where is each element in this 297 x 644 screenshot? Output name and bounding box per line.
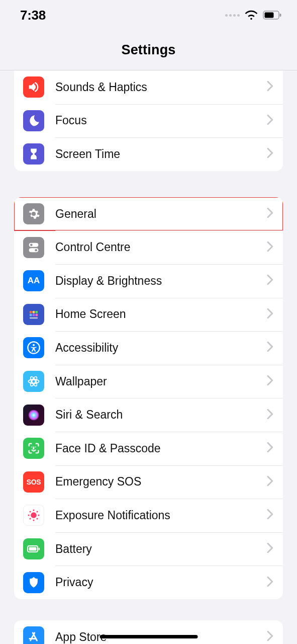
wifi-icon [245, 10, 258, 20]
chevron-right-icon [267, 476, 274, 488]
row-siri-search[interactable]: Siri & Search [14, 398, 283, 432]
svg-rect-9 [36, 311, 38, 313]
siri-icon [23, 405, 44, 426]
svg-point-27 [38, 515, 39, 516]
settings-group-1: Sounds & Haptics Focus Screen Time [14, 70, 283, 171]
cellular-dots-icon [225, 14, 240, 17]
focus-icon [23, 110, 44, 131]
row-label: Control Centre [55, 240, 131, 254]
chevron-right-icon [267, 81, 274, 93]
row-label: Screen Time [55, 147, 120, 161]
row-exposure-notifications[interactable]: Exposure Notifications [14, 499, 283, 532]
control-centre-icon [23, 237, 44, 258]
row-label: Exposure Notifications [55, 509, 170, 522]
header: Settings [0, 30, 297, 70]
chevron-right-icon [267, 242, 274, 254]
row-label: Display & Brightness [55, 274, 162, 288]
sos-icon: SOS [23, 471, 44, 493]
svg-rect-8 [33, 311, 35, 313]
row-accessibility[interactable]: Accessibility [14, 331, 283, 365]
row-label: Sounds & Haptics [55, 80, 147, 94]
privacy-icon [23, 572, 44, 593]
chevron-right-icon [267, 442, 274, 454]
battery-row-icon [23, 538, 44, 559]
chevron-right-icon [267, 275, 274, 287]
chevron-right-icon [267, 115, 274, 127]
row-label: Face ID & Passcode [55, 442, 161, 455]
row-face-id-passcode[interactable]: Face ID & Passcode [14, 432, 283, 465]
svg-point-6 [35, 249, 37, 252]
accessibility-icon [23, 337, 44, 358]
svg-point-31 [36, 518, 38, 520]
svg-rect-10 [30, 314, 32, 316]
chevron-right-icon [267, 577, 274, 589]
svg-point-4 [30, 244, 33, 246]
row-label: Focus [55, 114, 87, 127]
settings-group-3: App Store [14, 620, 283, 644]
svg-rect-12 [36, 314, 38, 316]
row-label: Battery [55, 542, 92, 556]
face-id-icon [23, 438, 44, 459]
row-sounds-haptics[interactable]: Sounds & Haptics [14, 70, 283, 104]
svg-rect-33 [29, 547, 37, 551]
svg-point-20 [29, 410, 39, 420]
row-general[interactable]: General [14, 197, 283, 231]
svg-point-25 [33, 520, 34, 521]
sounds-icon [23, 76, 44, 98]
row-label: Privacy [55, 576, 93, 589]
chevron-right-icon [267, 148, 274, 160]
row-display-brightness[interactable]: AA Display & Brightness [14, 264, 283, 298]
status-bar: 7:38 [0, 0, 297, 30]
status-time: 7:38 [20, 8, 46, 23]
row-home-screen[interactable]: Home Screen [14, 298, 283, 332]
app-store-icon [23, 626, 44, 644]
row-label: General [55, 207, 96, 221]
svg-rect-2 [280, 14, 281, 17]
row-app-store[interactable]: App Store [14, 620, 283, 644]
settings-group-2: General Control Centre AA Display & Brig… [14, 197, 283, 599]
status-indicators [225, 10, 282, 20]
wallpaper-icon [23, 371, 44, 392]
row-battery[interactable]: Battery [14, 532, 283, 566]
svg-point-26 [28, 515, 30, 516]
row-label: Home Screen [55, 307, 126, 321]
row-label: Emergency SOS [55, 475, 141, 489]
row-wallpaper[interactable]: Wallpaper [14, 365, 283, 398]
chevron-right-icon [267, 342, 274, 354]
svg-point-23 [31, 513, 37, 519]
screen-time-icon [23, 143, 44, 165]
chevron-right-icon [267, 631, 274, 643]
aa-icon-text: AA [28, 276, 40, 286]
row-screen-time[interactable]: Screen Time [14, 137, 283, 171]
page-title: Settings [121, 42, 175, 58]
exposure-icon [23, 505, 44, 526]
battery-icon [263, 11, 282, 20]
row-label: App Store [55, 630, 107, 644]
row-privacy[interactable]: Privacy [14, 566, 283, 599]
row-emergency-sos[interactable]: SOS Emergency SOS [14, 465, 283, 499]
home-indicator [100, 635, 197, 638]
svg-point-15 [33, 344, 35, 346]
row-label: Accessibility [55, 341, 118, 355]
row-label: Siri & Search [55, 408, 123, 422]
svg-rect-13 [30, 317, 38, 318]
chevron-right-icon [267, 409, 274, 421]
svg-point-24 [33, 510, 34, 511]
sos-icon-text: SOS [27, 478, 41, 486]
chevron-right-icon [267, 509, 274, 521]
row-label: Wallpaper [55, 375, 107, 388]
svg-point-29 [36, 511, 38, 513]
display-icon: AA [23, 270, 44, 291]
svg-point-28 [29, 511, 31, 513]
svg-rect-1 [265, 13, 274, 18]
chevron-right-icon [267, 308, 274, 320]
row-focus[interactable]: Focus [14, 104, 283, 138]
svg-rect-7 [30, 311, 32, 313]
gear-icon [23, 203, 44, 224]
svg-rect-11 [33, 314, 35, 316]
chevron-right-icon [267, 543, 274, 555]
home-screen-icon [23, 304, 44, 325]
chevron-right-icon [267, 375, 274, 387]
row-control-centre[interactable]: Control Centre [14, 230, 283, 264]
chevron-right-icon [267, 208, 274, 220]
